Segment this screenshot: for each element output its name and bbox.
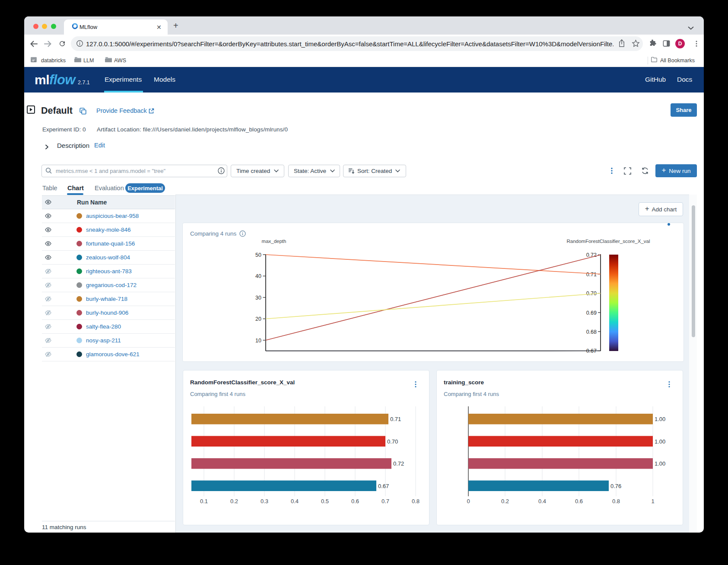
svg-text:50: 50 [255, 252, 261, 258]
svg-text:1: 1 [651, 498, 654, 504]
svg-text:1.00: 1.00 [655, 416, 665, 422]
svg-text:0.1: 0.1 [200, 498, 208, 504]
svg-text:30: 30 [255, 295, 261, 301]
svg-text:0.7: 0.7 [381, 498, 389, 504]
svg-text:0.69: 0.69 [586, 310, 597, 316]
svg-text:0.6: 0.6 [351, 498, 359, 504]
svg-text:0.71: 0.71 [586, 271, 597, 278]
svg-text:0.70: 0.70 [387, 438, 398, 445]
svg-text:0.67: 0.67 [378, 483, 389, 489]
svg-text:10: 10 [255, 338, 261, 344]
svg-text:0.6: 0.6 [575, 498, 583, 504]
svg-text:0.2: 0.2 [501, 498, 509, 504]
svg-text:0: 0 [467, 498, 470, 504]
svg-text:0.8: 0.8 [412, 498, 420, 504]
svg-text:0.76: 0.76 [610, 483, 621, 489]
svg-text:0.4: 0.4 [291, 498, 299, 504]
svg-text:0.8: 0.8 [612, 498, 620, 504]
svg-text:0.5: 0.5 [321, 498, 329, 504]
svg-text:20: 20 [255, 316, 261, 322]
svg-text:0.3: 0.3 [261, 498, 268, 504]
svg-text:0.4: 0.4 [538, 498, 546, 504]
svg-text:0.71: 0.71 [390, 416, 401, 422]
svg-text:40: 40 [255, 273, 261, 279]
svg-text:0.2: 0.2 [230, 498, 238, 504]
svg-text:0.72: 0.72 [393, 460, 404, 467]
svg-text:1.00: 1.00 [655, 438, 665, 445]
svg-text:1.00: 1.00 [655, 460, 665, 467]
svg-text:0.68: 0.68 [586, 329, 597, 335]
